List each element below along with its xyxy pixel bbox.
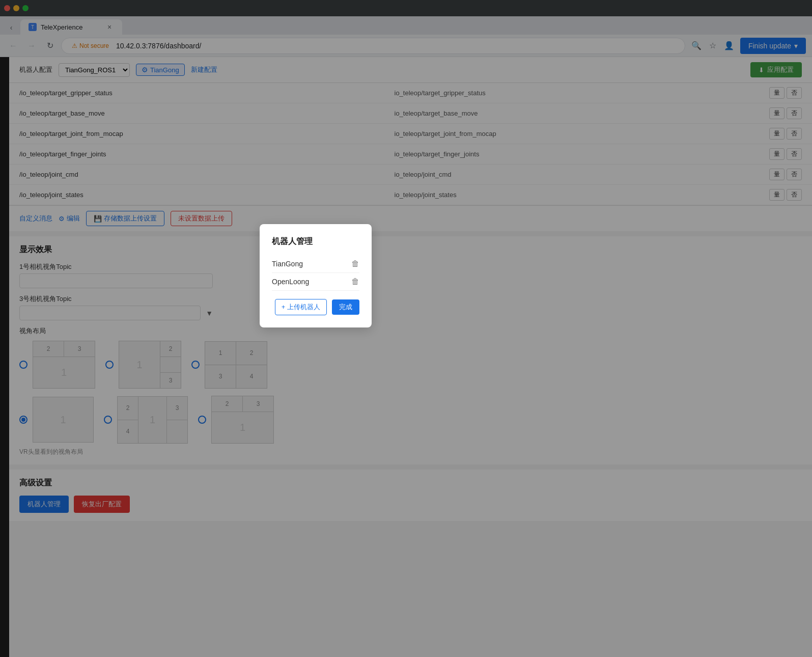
- upload-robot-btn[interactable]: + 上传机器人: [275, 299, 327, 315]
- modal-title: 机器人管理: [272, 236, 359, 247]
- modal-footer: + 上传机器人 完成: [272, 299, 359, 315]
- robot-list-item-openloong: OpenLoong 🗑: [272, 273, 359, 291]
- robot-name-tiangong: TianGong: [272, 260, 303, 268]
- robot-management-modal: 机器人管理 TianGong 🗑 OpenLoong 🗑 + 上传机器人 完成: [260, 224, 372, 327]
- delete-openloong-btn[interactable]: 🗑: [351, 277, 359, 286]
- delete-tiangong-btn[interactable]: 🗑: [351, 259, 359, 268]
- modal-overlay[interactable]: 机器人管理 TianGong 🗑 OpenLoong 🗑 + 上传机器人 完成: [0, 0, 812, 657]
- modal-done-btn[interactable]: 完成: [332, 299, 359, 315]
- robot-name-openloong: OpenLoong: [272, 278, 309, 286]
- robot-list-item-tiangong: TianGong 🗑: [272, 255, 359, 273]
